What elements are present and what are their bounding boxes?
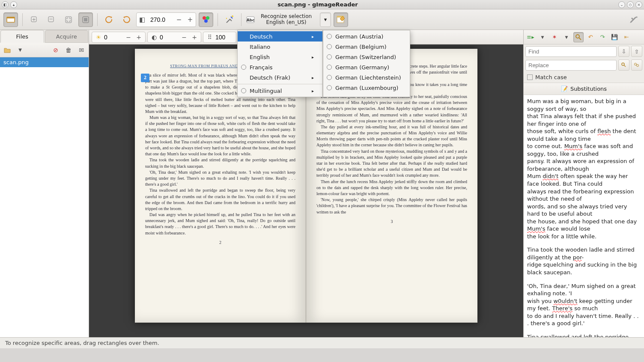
svg-text:+: + [32,17,36,22]
svg-text:Abc: Abc [247,18,255,22]
contrast-control[interactable]: ◐ − + [147,32,201,43]
rotation-field[interactable]: ◧ − + [136,12,196,27]
substitutions-icon: 📝 [561,86,568,92]
save-output-button[interactable]: 💾 [609,32,620,42]
lang-de-li[interactable]: German (Liechtenstein) [323,72,410,83]
zoom-fit-button[interactable] [61,12,76,27]
rollup-icon[interactable]: ▴ [10,1,17,8]
replace-one-button[interactable] [618,59,629,71]
svg-point-20 [635,63,637,65]
substitutions-button[interactable]: 📝 Substitutions [524,83,644,95]
match-case-row[interactable]: Match case [524,72,644,83]
autodetect-button[interactable] [222,12,237,27]
recognize-icon: Abc [246,16,255,23]
lang-de-be[interactable]: German (Belgium) [323,42,410,52]
undo-button[interactable]: ↶ [585,32,596,42]
lang-italiano[interactable]: Italiano [238,42,322,52]
tab-acquire[interactable]: Acquire [45,30,89,43]
recognize-language-dropdown[interactable]: ▾ [320,12,331,27]
recognize-button[interactable]: Abc Recognize selection English (en_US) [246,12,317,27]
output-text[interactable]: Mum was a big woman, but big in a soggy … [524,95,644,337]
svg-rect-8 [84,18,87,21]
strip-dropdown[interactable]: ▼ [561,32,572,42]
image-controls-button[interactable] [199,12,213,27]
lang-de-ch[interactable]: German (Switzerland) [323,52,410,62]
preferences-button[interactable] [626,12,641,27]
titlebar: ◧ ▴ scan.png - gImageReader ⌄ ◇ × [0,0,644,9]
lang-multilingual[interactable]: Multilingual▸ [238,86,322,96]
clear-output-button[interactable]: ⇤ [621,32,632,42]
svg-rect-6 [66,17,72,23]
lang-english[interactable]: English▸ [238,52,322,62]
maximize-icon[interactable]: ◇ [627,1,634,8]
svg-rect-1 [7,17,15,18]
output-pane-button[interactable] [334,12,348,27]
delete-file-button[interactable]: 🗑 [64,45,73,55]
rotation-input[interactable] [148,13,173,27]
lang-de-lu[interactable]: German (Luxembourg) [323,83,410,93]
lang-deutsch[interactable]: Deutsch▸ [238,31,322,42]
replace-input[interactable] [525,60,617,71]
lang-francais[interactable]: Français [238,62,322,72]
strip-linebreaks-button[interactable]: ✶ [549,32,560,42]
language-menu: Deutsch▸ Italiano English▸ Français Deut… [237,30,410,97]
add-file-dropdown[interactable]: ▼ [15,45,25,55]
close-icon[interactable]: × [635,1,642,8]
zoom-in-button[interactable]: + [27,12,42,27]
rotate-right-button[interactable] [119,12,134,27]
language-menu-deutsch-sub: German (Austria) German (Belgium) German… [323,30,410,97]
rotation-plus-button[interactable]: + [185,16,196,24]
rotate-left-button[interactable] [102,12,116,27]
svg-point-11 [204,19,208,23]
tab-files[interactable]: Files [0,30,44,43]
brightness-minus[interactable]: − [124,34,133,41]
add-file-button[interactable] [3,45,12,55]
svg-point-12 [232,15,233,17]
recognize-label-2: English (en_US) [266,20,307,26]
brightness-input[interactable] [104,34,123,41]
resolution-icon: ⠿ [205,34,215,41]
status-text: To recognize specific areas, drag rectan… [5,340,159,346]
clear-list-button[interactable]: ✉ [77,45,86,55]
lang-de-at[interactable]: German (Austria) [323,31,410,42]
resolution-control[interactable]: ⠿ [203,32,236,43]
redo-button[interactable]: ↷ [597,32,608,42]
zoom-out-button[interactable]: − [44,12,59,27]
remove-file-button[interactable]: ⊘ [51,45,60,55]
find-replace-button[interactable] [573,32,584,42]
brightness-control[interactable]: ☀ − + [92,32,146,43]
match-case-checkbox[interactable] [527,74,533,80]
contrast-icon: ◐ [149,34,159,41]
selection-badge-2: 2 [141,74,149,82]
file-item[interactable]: scan.png [0,57,89,67]
app-menu-icon[interactable]: ◧ [2,1,9,8]
svg-point-13 [226,18,227,18]
minimize-icon[interactable]: ⌄ [618,1,625,8]
brightness-icon: ☀ [94,34,103,41]
brightness-plus[interactable]: + [134,34,143,41]
main-toolbar: + − ◧ − + Abc Recognize selection Englis… [0,9,644,30]
contrast-minus[interactable]: − [179,34,189,41]
insert-mode-button[interactable]: ≡▸ [525,32,536,42]
status-bar: To recognize specific areas, drag rectan… [0,337,644,348]
file-list[interactable]: scan.png [0,57,89,337]
rotation-minus-button[interactable]: − [173,16,185,24]
sources-pane-button[interactable] [3,12,18,27]
svg-point-10 [206,16,209,20]
svg-point-18 [576,35,579,38]
replace-all-button[interactable] [631,59,642,71]
sources-panel: Files Acquire ▼ ⊘ 🗑 ✉ scan.png [0,30,89,337]
contrast-plus[interactable]: + [190,34,199,41]
insert-mode-dropdown[interactable]: ▼ [537,32,548,42]
find-input[interactable] [525,46,617,57]
resolution-input[interactable] [215,34,234,41]
window-title: scan.png - gImageReader [26,1,610,8]
lang-deutsch-frak[interactable]: Deutsch (Frak)▸ [238,72,322,83]
svg-point-9 [203,16,206,20]
page-rotation-icon: ◧ [137,16,148,24]
find-prev-button[interactable]: ⇧ [631,46,642,57]
find-next-button[interactable]: ⇩ [618,46,629,57]
zoom-original-button[interactable] [78,12,93,27]
lang-de-de[interactable]: German (Germany) [323,62,410,72]
contrast-input[interactable] [160,34,179,41]
